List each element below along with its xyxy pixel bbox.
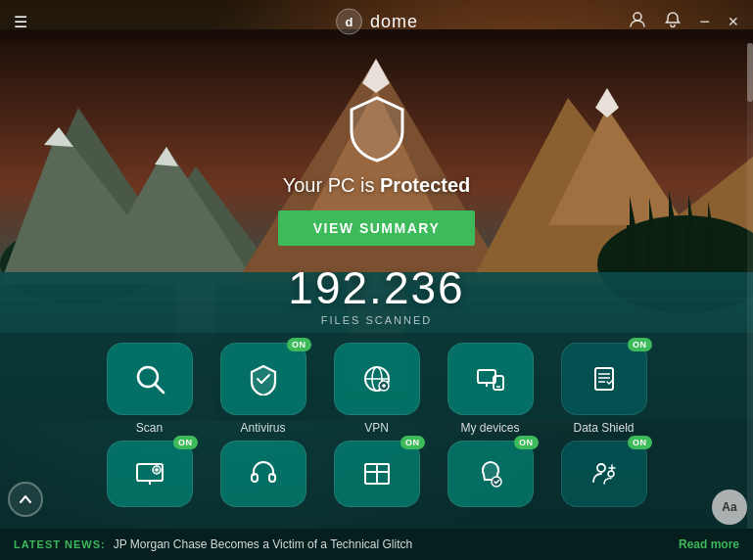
titlebar-right: − ✕: [629, 11, 739, 32]
safepay-badge: ON: [514, 436, 539, 449]
data-shield-badge: ON: [628, 338, 652, 351]
shield-icon: [346, 94, 408, 164]
svg-point-32: [634, 13, 641, 21]
feature-vpn[interactable]: VPN: [324, 343, 430, 435]
scroll-up-button[interactable]: [8, 482, 43, 517]
data-shield-button[interactable]: ON: [561, 343, 647, 415]
safepay-button[interactable]: ON: [447, 441, 534, 507]
my-devices-button[interactable]: [447, 343, 534, 415]
my-devices-label: My devices: [460, 421, 519, 435]
news-text: JP Morgan Chase Becomes a Victim of a Te…: [114, 537, 671, 551]
feature-monitor[interactable]: ON: [97, 441, 203, 507]
scrollbar[interactable]: [747, 43, 753, 529]
feature-row-2: ON ON ON ON: [0, 435, 753, 507]
feature-antivirus[interactable]: ON Antivirus: [211, 343, 316, 435]
feature-firewall[interactable]: ON: [324, 441, 430, 507]
logo-icon: d: [335, 8, 362, 35]
app-title: dome: [370, 12, 418, 32]
scan-button[interactable]: [107, 343, 193, 415]
bell-icon[interactable]: [664, 11, 682, 32]
feature-parental[interactable]: ON: [551, 441, 657, 507]
support-button[interactable]: [220, 441, 306, 507]
minimize-button[interactable]: −: [699, 13, 710, 30]
feature-safepay[interactable]: ON: [438, 441, 543, 507]
scan-label: Scan: [136, 421, 163, 435]
monitor-button[interactable]: ON: [107, 441, 193, 507]
svg-point-64: [597, 464, 605, 472]
titlebar-left: ☰: [14, 13, 27, 31]
news-bar: LATEST NEWS: JP Morgan Chase Becomes a V…: [0, 529, 753, 560]
status-bold: Protected: [380, 174, 470, 196]
view-summary-button[interactable]: VIEW SUMMARY: [278, 210, 475, 246]
status-text: Your PC is: [283, 174, 380, 196]
feature-scan[interactable]: Scan: [97, 343, 203, 435]
protection-status: Your PC is Protected: [283, 174, 471, 197]
menu-icon[interactable]: ☰: [14, 13, 27, 31]
news-label: LATEST NEWS:: [14, 538, 106, 550]
parental-button[interactable]: ON: [561, 441, 647, 507]
vpn-button[interactable]: [334, 343, 420, 415]
user-icon[interactable]: [629, 11, 646, 32]
antivirus-button[interactable]: ON: [220, 343, 306, 415]
svg-rect-48: [595, 368, 613, 390]
data-shield-label: Data Shield: [573, 421, 634, 435]
files-count: 192.236: [288, 265, 464, 310]
files-label: FILES SCANNED: [321, 314, 432, 326]
titlebar: ☰ d dome − ✕: [0, 0, 753, 43]
font-size-button[interactable]: Aa: [712, 490, 747, 525]
scrollbar-thumb[interactable]: [747, 43, 753, 102]
antivirus-badge: ON: [287, 338, 311, 351]
hero-section: Your PC is Protected VIEW SUMMARY 192.23…: [0, 43, 753, 376]
bottom-panel: Scan ON Antivirus VPN My devices: [0, 333, 753, 560]
feature-data-shield[interactable]: ON Data Shield: [551, 343, 657, 435]
firewall-button[interactable]: ON: [334, 441, 420, 507]
read-more-link[interactable]: Read more: [679, 537, 739, 551]
firewall-badge: ON: [400, 436, 425, 449]
sidebar-up: [0, 474, 51, 525]
feature-my-devices[interactable]: My devices: [438, 343, 543, 435]
svg-point-65: [608, 471, 614, 477]
svg-line-34: [155, 384, 164, 393]
antivirus-label: Antivirus: [240, 421, 285, 435]
titlebar-center: d dome: [335, 8, 418, 35]
monitor-badge: ON: [173, 436, 198, 449]
close-button[interactable]: ✕: [728, 14, 739, 29]
vpn-label: VPN: [364, 421, 389, 435]
parental-badge: ON: [628, 436, 652, 449]
feature-support[interactable]: [211, 441, 316, 507]
svg-text:d: d: [345, 15, 353, 29]
feature-row-1: Scan ON Antivirus VPN My devices: [0, 333, 753, 435]
